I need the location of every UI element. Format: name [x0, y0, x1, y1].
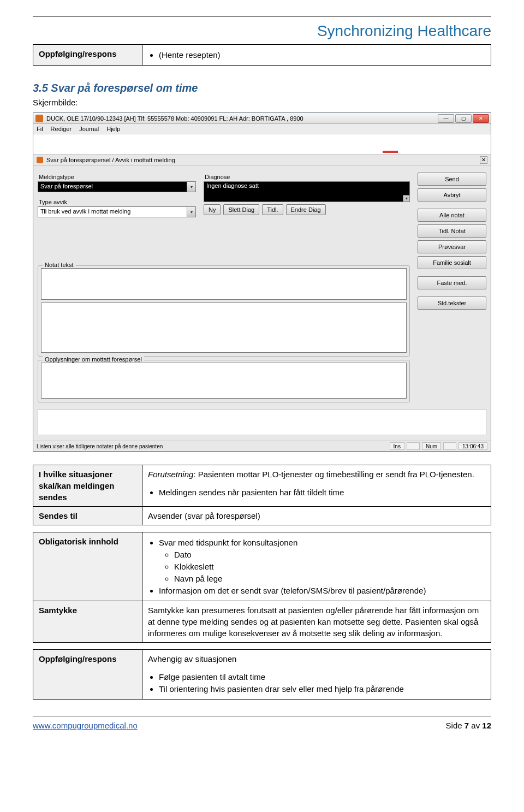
send-button[interactable]: Send [418, 173, 486, 186]
avbryt-button[interactable]: Avbryt [418, 188, 486, 201]
meldingstype-label: Meldingstype [39, 174, 196, 180]
chevron-down-icon [187, 182, 195, 192]
menu-journal[interactable]: Journal [79, 126, 99, 132]
status-time: 13:06:43 [458, 442, 487, 450]
menubar: Fil Rediger Journal Hjelp [33, 124, 491, 134]
row3-value: Svar med tidspunkt for konsultasjonen Da… [142, 532, 491, 601]
app-window: DUCK, OLE 17/10/90-12343 [AH] Tlf: 55555… [33, 112, 491, 452]
row3-sub1: Dato [174, 549, 485, 560]
notat-legend: Notat tekst [43, 262, 76, 268]
row3-sub2: Klokkeslett [174, 561, 485, 572]
row3-b2: Informasjon om det er sendt svar (telefo… [159, 585, 485, 596]
app-logo-icon [35, 115, 43, 122]
alle-notat-button[interactable]: Alle notat [418, 209, 486, 222]
status-num: Num [422, 442, 441, 450]
faste-med-button[interactable]: Faste med. [418, 276, 486, 289]
ny-button[interactable]: Ny [204, 204, 221, 215]
row2-label: Sendes til [33, 507, 142, 525]
row5-b1: Følge pasienten til avtalt time [159, 671, 485, 683]
footer-link[interactable]: www.compugroupmedical.no [33, 721, 138, 730]
red-marker-icon [383, 151, 398, 153]
diagnose-list[interactable]: Ingen diagnose satt ▾ [204, 181, 410, 202]
tidl-notat-button[interactable]: Tidl. Notat [418, 224, 486, 238]
notat-lower-textarea[interactable] [41, 303, 407, 353]
notat-fieldset: Notat tekst [38, 265, 410, 357]
opplysninger-legend: Opplysninger om mottatt forespørsel [43, 356, 144, 363]
endre-diag-button[interactable]: Endre Diag [286, 204, 326, 215]
typeavvik-value: Til bruk ved avvik i mottat melding [38, 207, 187, 217]
provesvar-button[interactable]: Prøvesvar [418, 240, 486, 253]
section-caption: Skjermbilde: [33, 98, 491, 107]
maximize-button[interactable]: ▢ [455, 114, 472, 123]
row4-label: Samtykke [33, 601, 142, 643]
main-table: I hvilke situasjoner skal/kan meldingen … [33, 465, 491, 700]
menu-hjelp[interactable]: Hjelp [106, 126, 120, 132]
row4-value: Samtykke kan presumeres forutsatt at pas… [142, 601, 491, 643]
tidl-button[interactable]: Tidl. [262, 204, 283, 215]
row5-b2: Til orientering hvis pasienten drar selv… [159, 683, 485, 695]
menu-fil[interactable]: Fil [37, 126, 43, 132]
close-button[interactable]: ✕ [473, 114, 489, 123]
status-ins: Ins [390, 442, 404, 450]
row1-bullet: Meldingen sendes når pasienten har fått … [159, 487, 485, 498]
status-blank-2 [443, 442, 456, 450]
opplysninger-textarea[interactable] [41, 363, 407, 399]
footer: www.compugroupmedical.no Side 7 av 12 [33, 716, 491, 730]
typeavvik-select[interactable]: Til bruk ved avvik i mottat melding [38, 206, 196, 217]
titlebar: DUCK, OLE 17/10/90-12343 [AH] Tlf: 55555… [33, 113, 491, 124]
section-heading: 3.5 Svar på forespørsel om time [33, 82, 491, 94]
page-header-title: Synchronizing Healthcare [33, 22, 491, 40]
status-text: Listen viser alle tidligere notater på d… [37, 443, 163, 449]
row1-value: Forutsetning: Pasienten mottar PLO-tjene… [142, 465, 491, 507]
row5-value: Avhengig av situasjonen Følge pasienten … [142, 650, 491, 700]
statusbar: Listen viser alle tidligere notater på d… [33, 441, 491, 451]
typeavvik-label: Type avvik [39, 199, 196, 205]
toolbar-strip [33, 134, 491, 154]
window-title: DUCK, OLE 17/10/90-12343 [AH] Tlf: 55555… [46, 115, 303, 122]
panel-logo-icon [37, 157, 43, 163]
chevron-down-icon: ▾ [403, 195, 409, 201]
top-table-value: (Hente resepten) [159, 49, 485, 61]
diagnose-value: Ingen diagnose satt [206, 182, 259, 189]
footer-page: Side 7 av 12 [446, 721, 491, 730]
menu-rediger[interactable]: Rediger [51, 126, 72, 132]
familie-sosialt-button[interactable]: Familie sosialt [418, 256, 486, 269]
row3-b1: Svar med tidspunkt for konsultasjonen Da… [159, 537, 485, 584]
row3-label: Obligatorisk innhold [33, 532, 142, 601]
top-table-value-cell: (Hente resepten) [142, 45, 491, 66]
panel-header: Svar på forespørspersel / Avvik i mottat… [33, 154, 491, 166]
meldingstype-value: Svar på forespørsel [38, 182, 187, 192]
std-tekster-button[interactable]: Std.tekster [418, 297, 486, 310]
row3-sub3: Navn på lege [174, 573, 485, 584]
row2-value: Avsender (svar på forespørsel) [142, 507, 491, 525]
panel-title: Svar på forespørspersel / Avvik i mottat… [46, 157, 175, 163]
bottom-list-area [38, 409, 486, 435]
panel-close-button[interactable]: ✕ [480, 156, 487, 164]
status-blank-1 [407, 442, 420, 450]
slett-diag-button[interactable]: Slett Diag [223, 204, 259, 215]
top-table-label: Oppfølging/respons [33, 45, 142, 66]
notat-upper-textarea[interactable] [41, 268, 407, 300]
minimize-button[interactable]: — [438, 114, 454, 123]
top-table: Oppfølging/respons (Hente resepten) [33, 44, 491, 66]
chevron-down-icon [187, 207, 195, 217]
opplysninger-fieldset: Opplysninger om mottatt forespørsel [38, 360, 410, 402]
meldingstype-select[interactable]: Svar på forespørsel [38, 181, 196, 192]
row1-label: I hvilke situasjoner skal/kan meldingen … [33, 465, 142, 507]
row5-label: Oppfølging/respons [33, 650, 142, 700]
diagnose-label: Diagnose [205, 174, 410, 180]
